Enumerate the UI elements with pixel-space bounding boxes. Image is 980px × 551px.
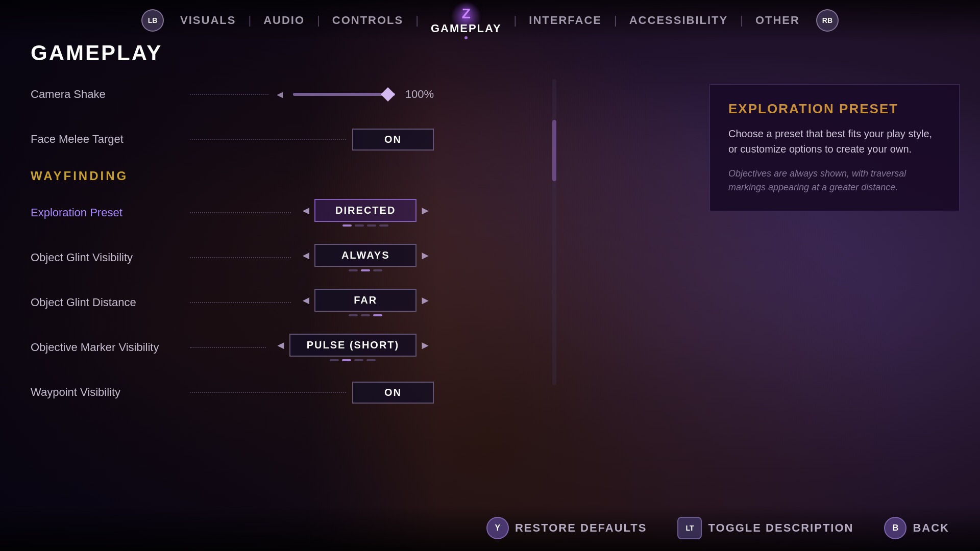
exploration-preset-left-arrow[interactable]: ◄ [297, 204, 314, 217]
object-glint-visibility-label: Object Glint Visibility [31, 251, 184, 264]
ogv-dots-indicator [349, 269, 382, 271]
object-glint-visibility-value[interactable]: ALWAYS [314, 244, 416, 267]
object-glint-distance-control: ◄ FAR ► [297, 289, 434, 312]
waypoint-visibility-dots [190, 392, 346, 393]
waypoint-visibility-toggle[interactable]: ON [352, 382, 434, 404]
object-glint-visibility-control: ◄ ALWAYS ► [297, 244, 434, 267]
wayfinding-header: WAYFINDING [31, 169, 434, 183]
gameplay-nav-wrapper: Z GAMEPLAY [419, 6, 514, 35]
objective-marker-row: Objective Marker Visibility ◄ PULSE (SHO… [31, 332, 434, 363]
restore-defaults-action: Y RESTORE DEFAULTS [486, 517, 647, 539]
camera-shake-dots [190, 94, 268, 95]
nav-item-controls[interactable]: CONTROLS [320, 14, 415, 27]
settings-content: Camera Shake ◄ 100% Face Melee Target ON… [31, 79, 434, 422]
ogv-dot-3 [373, 269, 382, 271]
toggle-description-action: LT TOGGLE DESCRIPTION [677, 517, 853, 539]
ogd-dot-2 [361, 314, 370, 316]
ogd-dot-3 [373, 314, 382, 316]
back-label: BACK [913, 521, 949, 535]
exploration-dot-2 [355, 224, 364, 227]
object-glint-distance-label: Object Glint Distance [31, 296, 184, 309]
nav-items: VISUALS | AUDIO | CONTROLS | Z GAMEPLAY … [168, 6, 812, 35]
omv-dot-1 [330, 359, 339, 361]
scrollbar-thumb [552, 120, 556, 181]
exploration-preset-dots [190, 212, 291, 213]
ogv-right-arrow[interactable]: ► [416, 249, 434, 262]
nav-item-interface[interactable]: INTERFACE [517, 14, 614, 27]
object-glint-distance-dots [190, 302, 291, 303]
waypoint-visibility-label: Waypoint Visibility [31, 386, 184, 399]
exploration-preset-row: Exploration Preset ◄ DIRECTED ► [31, 197, 434, 228]
ogd-right-arrow[interactable]: ► [416, 294, 434, 307]
slider-thumb [381, 87, 395, 102]
omv-dot-2 [342, 359, 351, 361]
face-melee-label: Face Melee Target [31, 133, 184, 146]
slider-left-arrow[interactable]: ◄ [275, 89, 285, 101]
object-glint-distance-row: Object Glint Distance ◄ FAR ► [31, 287, 434, 318]
nav-item-audio[interactable]: AUDIO [251, 14, 317, 27]
lb-button[interactable]: LB [141, 9, 164, 32]
info-panel-sub-description: Objectives are always shown, with traver… [728, 167, 941, 194]
exploration-preset-dots-indicator [342, 224, 388, 227]
y-button[interactable]: Y [486, 517, 509, 539]
toggle-description-label: TOGGLE DESCRIPTION [708, 521, 853, 535]
ogd-left-arrow[interactable]: ◄ [297, 294, 314, 307]
objective-marker-value[interactable]: PULSE (SHORT) [289, 334, 417, 357]
face-melee-dots [190, 139, 346, 140]
nav-item-other[interactable]: OTHER [743, 14, 812, 27]
bottom-bar: Y RESTORE DEFAULTS LT TOGGLE DESCRIPTION… [0, 505, 980, 551]
object-glint-visibility-wrapper: ◄ ALWAYS ► [297, 244, 434, 271]
camera-shake-slider[interactable]: ◄ 100% [275, 88, 434, 101]
nav-item-accessibility[interactable]: ACCESSIBILITY [617, 14, 740, 27]
slider-track [293, 93, 395, 96]
camera-shake-row: Camera Shake ◄ 100% [31, 79, 434, 110]
camera-shake-label: Camera Shake [31, 88, 184, 101]
omv-dot-3 [354, 359, 363, 361]
ogd-dots-indicator [349, 314, 382, 316]
object-glint-distance-wrapper: ◄ FAR ► [297, 289, 434, 316]
slider-fill [293, 93, 395, 96]
omv-right-arrow[interactable]: ► [416, 339, 434, 352]
nav-item-gameplay[interactable]: GAMEPLAY [419, 22, 514, 35]
exploration-dot-3 [367, 224, 376, 227]
lt-button[interactable]: LT [677, 517, 702, 539]
z-icon: Z [462, 6, 471, 22]
objective-marker-label: Objective Marker Visibility [31, 341, 184, 354]
page-title: GAMEPLAY [31, 41, 162, 65]
restore-defaults-label: RESTORE DEFAULTS [515, 521, 647, 535]
face-melee-row: Face Melee Target ON [31, 124, 434, 155]
info-panel: EXPLORATION PRESET Choose a preset that … [709, 84, 960, 211]
ogd-dot-1 [349, 314, 358, 316]
nav-item-visuals[interactable]: VISUALS [168, 14, 248, 27]
waypoint-visibility-row: Waypoint Visibility ON [31, 377, 434, 408]
exploration-dot-4 [379, 224, 388, 227]
objective-marker-wrapper: ◄ PULSE (SHORT) ► [272, 334, 434, 361]
object-glint-visibility-row: Object Glint Visibility ◄ ALWAYS ► [31, 242, 434, 273]
info-panel-title: EXPLORATION PRESET [728, 101, 941, 117]
camera-shake-value: 100% [403, 88, 434, 101]
top-nav: LB VISUALS | AUDIO | CONTROLS | Z GAMEPL… [0, 0, 980, 41]
ogv-dot-2 [361, 269, 370, 271]
ogv-dot-1 [349, 269, 358, 271]
exploration-preset-right-arrow[interactable]: ► [416, 204, 434, 217]
rb-button[interactable]: RB [816, 9, 839, 32]
ogv-left-arrow[interactable]: ◄ [297, 249, 314, 262]
object-glint-distance-value[interactable]: FAR [314, 289, 416, 312]
omv-dot-4 [366, 359, 376, 361]
objective-marker-dots [190, 347, 266, 348]
face-melee-toggle[interactable]: ON [352, 129, 434, 151]
exploration-dot-1 [342, 224, 352, 227]
objective-marker-control: ◄ PULSE (SHORT) ► [272, 334, 434, 357]
exploration-preset-selector-wrapper: ◄ DIRECTED ► [297, 199, 434, 227]
back-action: B BACK [884, 517, 949, 539]
exploration-preset-control: ◄ DIRECTED ► [297, 199, 434, 222]
omv-dots-indicator [330, 359, 376, 361]
exploration-preset-value[interactable]: DIRECTED [314, 199, 416, 222]
scrollbar[interactable] [552, 79, 556, 385]
omv-left-arrow[interactable]: ◄ [272, 339, 289, 352]
exploration-preset-label: Exploration Preset [31, 206, 184, 219]
b-button[interactable]: B [884, 517, 906, 539]
object-glint-visibility-dots [190, 257, 291, 258]
info-panel-description: Choose a preset that best fits your play… [728, 126, 941, 157]
